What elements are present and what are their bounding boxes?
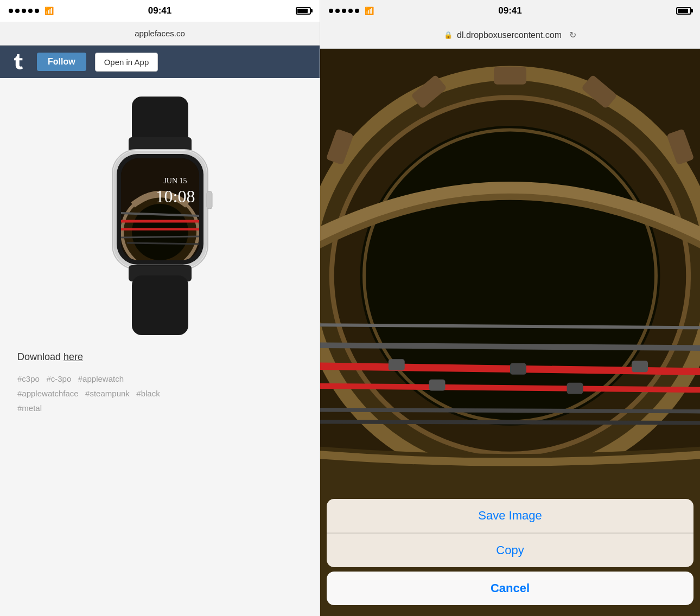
tumblr-logo bbox=[9, 52, 28, 72]
svg-text:JUN 15: JUN 15 bbox=[163, 177, 187, 185]
copy-button[interactable]: Copy bbox=[327, 534, 693, 567]
svg-rect-40 bbox=[510, 363, 526, 375]
signal-dot-r1 bbox=[329, 9, 333, 13]
wifi-icon: 📶 bbox=[44, 7, 54, 15]
svg-rect-38 bbox=[389, 359, 405, 370]
svg-line-36 bbox=[320, 421, 700, 423]
download-link[interactable]: here bbox=[63, 351, 83, 362]
signal-dot-r5 bbox=[355, 9, 359, 13]
signal-dot-4 bbox=[28, 9, 33, 13]
status-right-icons-right bbox=[676, 7, 691, 15]
url-text-right: dl.dropboxusercontent.com bbox=[457, 30, 562, 40]
svg-line-13 bbox=[121, 236, 199, 238]
tag-applewatch[interactable]: #applewatch bbox=[78, 374, 124, 383]
download-text: Download here bbox=[17, 351, 83, 363]
action-sheet: Save Image Copy Cancel bbox=[320, 499, 700, 616]
svg-point-9 bbox=[132, 204, 188, 260]
signal-dot-2 bbox=[15, 9, 20, 13]
svg-rect-39 bbox=[429, 380, 446, 391]
tag-c3po[interactable]: #c3po bbox=[17, 374, 40, 383]
status-time-left: 09:41 bbox=[148, 5, 171, 16]
tag-c-3po[interactable]: #c-3po bbox=[46, 374, 71, 383]
svg-rect-41 bbox=[567, 383, 583, 394]
url-text-left: applefaces.co bbox=[135, 29, 185, 38]
signal-dot-r4 bbox=[348, 9, 353, 13]
svg-line-34 bbox=[320, 344, 700, 348]
right-image-area: Save Image Copy Cancel bbox=[320, 49, 700, 616]
svg-rect-17 bbox=[207, 191, 212, 209]
signal-indicator: 📶 bbox=[9, 7, 54, 15]
svg-rect-25 bbox=[494, 67, 526, 85]
wifi-icon-right: 📶 bbox=[365, 7, 374, 15]
tags-area: #c3po #c-3po #applewatch #applewatchface… bbox=[17, 371, 160, 415]
status-time-right: 09:41 bbox=[498, 5, 521, 16]
signal-dot-r3 bbox=[342, 9, 346, 13]
svg-rect-19 bbox=[132, 275, 188, 335]
svg-line-14 bbox=[128, 243, 199, 244]
url-bar-right[interactable]: 🔒 dl.dropboxusercontent.com ↻ bbox=[320, 22, 700, 49]
url-bar-left[interactable]: applefaces.co bbox=[0, 22, 320, 46]
svg-text:10:08: 10:08 bbox=[155, 187, 195, 206]
battery-icon-left bbox=[296, 7, 311, 15]
reload-icon[interactable]: ↻ bbox=[569, 30, 576, 40]
left-panel: 📶 09:41 applefaces.co Follow Open in App bbox=[0, 0, 320, 616]
svg-rect-42 bbox=[632, 361, 648, 372]
status-bar-right: 📶 09:41 bbox=[320, 0, 700, 22]
signal-dot-1 bbox=[9, 9, 13, 13]
tag-metal[interactable]: #metal bbox=[17, 403, 42, 413]
svg-point-23 bbox=[360, 126, 660, 426]
apple-watch-svg: JUN 15 10:08 bbox=[84, 97, 236, 335]
right-panel: 📶 09:41 🔒 dl.dropboxusercontent.com ↻ bbox=[320, 0, 700, 616]
battery-icon-right bbox=[676, 7, 691, 15]
save-image-button[interactable]: Save Image bbox=[327, 499, 693, 533]
signal-dot-r2 bbox=[335, 9, 340, 13]
action-group-main: Save Image Copy bbox=[327, 499, 693, 567]
download-label: Download bbox=[17, 351, 63, 362]
open-in-app-button[interactable]: Open in App bbox=[95, 53, 158, 72]
status-right-icons bbox=[296, 7, 311, 15]
watch-image: JUN 15 10:08 bbox=[79, 91, 241, 341]
tumblr-icon bbox=[11, 54, 26, 69]
tag-black[interactable]: #black bbox=[136, 389, 160, 398]
signal-indicator-right: 📶 bbox=[329, 7, 374, 15]
cancel-button[interactable]: Cancel bbox=[327, 572, 693, 605]
signal-dot-5 bbox=[35, 9, 39, 13]
steampunk-image: Save Image Copy Cancel bbox=[320, 49, 700, 616]
lock-icon: 🔒 bbox=[444, 31, 453, 39]
signal-dot-3 bbox=[22, 9, 26, 13]
tag-applewatchface[interactable]: #applewatchface bbox=[17, 389, 79, 398]
tag-steampunk[interactable]: #steampunk bbox=[85, 389, 130, 398]
status-bar-left: 📶 09:41 bbox=[0, 0, 320, 22]
tumblr-header: Follow Open in App bbox=[0, 46, 320, 78]
follow-button[interactable]: Follow bbox=[37, 53, 86, 71]
left-content-area: JUN 15 10:08 Download here #c3po #c-3po … bbox=[0, 78, 320, 616]
svg-line-35 bbox=[320, 409, 700, 412]
